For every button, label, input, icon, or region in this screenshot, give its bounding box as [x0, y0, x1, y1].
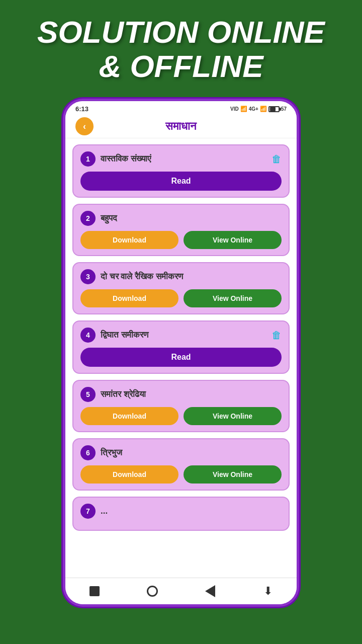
btn-row-6: Download View Online — [80, 465, 282, 484]
btn-row-4: Read — [80, 348, 282, 367]
signal-bars: 📶 — [240, 106, 247, 112]
btn-row-3: Download View Online — [80, 289, 282, 307]
back-nav-icon[interactable] — [203, 584, 217, 598]
view-online-button-5[interactable]: View Online — [184, 407, 282, 425]
hero-line2: & OFFLINE — [99, 49, 263, 84]
network-icon: VID — [230, 106, 239, 112]
chapter-card-2: 2 बहुपद Download View Online — [72, 204, 290, 256]
chapter-num-1: 1 — [80, 151, 96, 167]
download-button-6[interactable]: Download — [80, 465, 178, 484]
hero-line1: SOLUTION ONLINE — [37, 15, 325, 49]
hero-heading: SOLUTION ONLINE & OFFLINE — [27, 15, 335, 84]
chapter-title-1: वास्तविक संख्याएं — [101, 154, 151, 164]
read-button-1[interactable]: Read — [80, 172, 282, 191]
chapter-num-7: 7 — [80, 504, 96, 519]
status-bar: 6:13 VID 📶 4G+ 📶 57 — [65, 101, 297, 115]
btn-row-2: Download View Online — [80, 231, 282, 249]
download-button-3[interactable]: Download — [80, 289, 178, 307]
battery-icon — [268, 106, 280, 112]
chapter-header-5: 5 समांतर श्रेढिया — [80, 387, 282, 402]
phone-frame: 6:13 VID 📶 4G+ 📶 57 ‹ समाधान — [63, 99, 299, 607]
chapter-title-5: समांतर श्रेढिया — [101, 389, 146, 399]
chapter-card-7: 7 ... — [72, 497, 290, 531]
chapter-title-3: दो चर वाले रैखिक समीकरण — [101, 272, 183, 282]
chapter-title-6: त्रिभुज — [101, 448, 122, 458]
chapter-header-2: 2 बहुपद — [80, 211, 282, 226]
app-header: ‹ समाधान — [65, 115, 297, 138]
chapter-num-5: 5 — [80, 387, 96, 402]
chapter-header-4: 4 द्विघात समीकरण 🗑 — [80, 328, 282, 343]
chapter-num-6: 6 — [80, 445, 96, 460]
delete-icon-1[interactable]: 🗑 — [272, 153, 282, 165]
signal-bars-2: 📶 — [260, 106, 267, 112]
app-background: SOLUTION ONLINE & OFFLINE 6:13 VID 📶 4G+… — [0, 0, 362, 644]
delete-icon-4[interactable]: 🗑 — [272, 330, 282, 341]
chapter-card-1: 1 वास्तविक संख्याएं 🗑 Read — [72, 144, 290, 198]
download-nav-icon[interactable]: ⬇ — [261, 584, 275, 598]
home-nav-icon[interactable] — [145, 584, 159, 598]
chapter-title-4: द्विघात समीकरण — [101, 330, 148, 340]
chapter-title-2: बहुपद — [101, 213, 117, 223]
download-button-5[interactable]: Download — [80, 407, 178, 425]
back-button[interactable]: ‹ — [75, 117, 94, 135]
content-scroll: 1 वास्तविक संख्याएं 🗑 Read 2 बहुपद — [65, 138, 297, 578]
chapter-card-5: 5 समांतर श्रेढिया Download View Online — [72, 380, 290, 432]
chapter-num-3: 3 — [80, 269, 96, 284]
status-time: 6:13 — [75, 105, 88, 113]
chapter-header-6: 6 त्रिभुज — [80, 445, 282, 460]
page-title: समाधान — [165, 120, 197, 133]
chapter-card-4: 4 द्विघात समीकरण 🗑 Read — [72, 320, 290, 374]
read-button-4[interactable]: Read — [80, 348, 282, 367]
download-button-2[interactable]: Download — [80, 231, 178, 249]
chapter-header-3: 3 दो चर वाले रैखिक समीकरण — [80, 269, 282, 284]
chapter-title-7: ... — [101, 506, 108, 516]
chapter-header-7: 7 ... — [80, 504, 282, 519]
view-online-button-3[interactable]: View Online — [184, 289, 282, 307]
status-right: VID 📶 4G+ 📶 57 — [230, 106, 287, 112]
chapter-card-6: 6 त्रिभुज Download View Online — [72, 438, 290, 491]
bottom-nav: ⬇ — [65, 578, 297, 604]
chapter-num-4: 4 — [80, 328, 96, 343]
btn-row-1: Read — [80, 172, 282, 191]
battery-percent: 57 — [281, 106, 287, 112]
chapter-num-2: 2 — [80, 211, 96, 226]
view-online-button-6[interactable]: View Online — [184, 465, 282, 484]
btn-row-5: Download View Online — [80, 407, 282, 425]
network-type: 4G+ — [249, 106, 258, 112]
chapter-header-1: 1 वास्तविक संख्याएं 🗑 — [80, 151, 282, 167]
chapter-card-3: 3 दो चर वाले रैखिक समीकरण Download View … — [72, 262, 290, 314]
square-nav-icon[interactable] — [87, 584, 102, 598]
view-online-button-2[interactable]: View Online — [184, 231, 282, 249]
